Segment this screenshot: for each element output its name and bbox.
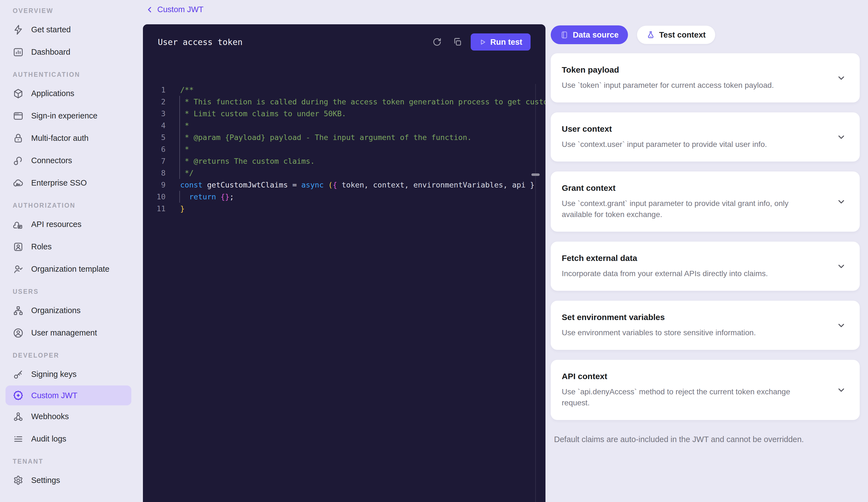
reset-button[interactable] bbox=[431, 36, 443, 48]
chevron-down-icon[interactable] bbox=[837, 321, 846, 330]
refresh-icon bbox=[432, 37, 442, 47]
code-line: 10 return {}; bbox=[143, 191, 546, 203]
sidebar-item-label: Dashboard bbox=[31, 48, 70, 57]
card-title: User context bbox=[562, 124, 813, 134]
sidebar-item-custom-jwt[interactable]: Custom JWT bbox=[6, 385, 131, 405]
line-number: 4 bbox=[143, 120, 166, 131]
run-test-button[interactable]: Run test bbox=[471, 33, 530, 51]
sidebar-item-label: Get started bbox=[31, 25, 71, 34]
sidebar-item-get-started[interactable]: Get started bbox=[0, 19, 142, 41]
code-content: * @returns The custom claims. bbox=[180, 155, 315, 167]
sidebar-item-organization-template[interactable]: Organization template bbox=[0, 258, 142, 280]
line-number: 11 bbox=[143, 203, 166, 214]
code-line: 11} bbox=[143, 203, 546, 214]
copy-button[interactable] bbox=[451, 36, 464, 48]
sidebar-item-label: Settings bbox=[31, 476, 60, 485]
sidebar-item-settings[interactable]: Settings bbox=[0, 469, 142, 492]
code-content: * Limit custom claims to under 50KB. bbox=[180, 108, 346, 120]
sidebar-item-api-resources[interactable]: API resources bbox=[0, 213, 142, 235]
code-line: 3 * Limit custom claims to under 50KB. bbox=[143, 108, 546, 120]
chevron-down-icon[interactable] bbox=[837, 73, 846, 82]
chevron-down-icon[interactable] bbox=[837, 197, 846, 206]
sidebar-item-organizations[interactable]: Organizations bbox=[0, 299, 142, 322]
code-line: 9const getCustomJwtClaims = async ({ tok… bbox=[143, 179, 546, 191]
card-description: Use `context.user` input parameter to pr… bbox=[562, 139, 813, 150]
chevron-down-icon[interactable] bbox=[837, 261, 846, 271]
play-icon bbox=[479, 38, 486, 46]
line-number: 8 bbox=[143, 167, 166, 179]
run-test-label: Run test bbox=[490, 38, 522, 47]
code-editor-panel: User access token Run test 1/**2 * This … bbox=[143, 24, 546, 502]
copy-icon bbox=[453, 37, 462, 47]
sidebar-item-applications[interactable]: Applications bbox=[0, 82, 142, 105]
line-number: 3 bbox=[143, 108, 166, 120]
panel-tabs: Data source Test context bbox=[551, 26, 860, 44]
code-line: 4 * bbox=[143, 120, 546, 131]
breadcrumb-label: Custom JWT bbox=[157, 5, 204, 14]
sidebar-item-label: Webhooks bbox=[31, 412, 69, 421]
user-check-icon bbox=[13, 264, 24, 275]
tab-data-source[interactable]: Data source bbox=[551, 26, 628, 44]
sidebar-item-roles[interactable]: Roles bbox=[0, 235, 142, 258]
card-description: Incorporate data from your external APIs… bbox=[562, 268, 813, 279]
zap-icon bbox=[13, 24, 24, 36]
code-content: */ bbox=[180, 167, 194, 179]
tab-test-context[interactable]: Test context bbox=[637, 26, 715, 44]
role-badge-icon bbox=[13, 241, 24, 252]
sidebar-item-connectors[interactable]: Connectors bbox=[0, 149, 142, 172]
card-api-context[interactable]: API context Use `api.denyAccess` method … bbox=[551, 360, 860, 420]
sidebar-item-label: Sign-in experience bbox=[31, 111, 97, 120]
breadcrumb-back[interactable]: Custom JWT bbox=[146, 5, 204, 14]
card-fetch-external-data[interactable]: Fetch external data Incorporate data fro… bbox=[551, 242, 860, 291]
card-title: Set environment variables bbox=[562, 312, 813, 322]
card-description: Use `api.denyAccess` method to reject th… bbox=[562, 386, 813, 409]
code-content: * bbox=[180, 120, 189, 131]
section-label-users: USERS bbox=[13, 288, 142, 295]
chevron-down-icon[interactable] bbox=[837, 132, 846, 142]
sidebar-item-sign-in-experience[interactable]: Sign-in experience bbox=[0, 105, 142, 127]
line-number: 9 bbox=[143, 179, 166, 191]
editor-title: User access token bbox=[158, 37, 242, 47]
sidebar-item-enterprise-sso[interactable]: Enterprise SSO bbox=[0, 172, 142, 194]
sidebar: OVERVIEW Get started Dashboard AUTHENTIC… bbox=[0, 0, 142, 502]
code-content: /** bbox=[180, 84, 194, 96]
sidebar-item-signing-keys[interactable]: Signing keys bbox=[0, 363, 142, 385]
default-claims-note: Default claims are auto-included in the … bbox=[551, 435, 860, 444]
section-label-tenant: TENANT bbox=[13, 458, 142, 465]
sidebar-item-label: Signing keys bbox=[31, 370, 76, 379]
line-number: 2 bbox=[143, 96, 166, 108]
code-content: return {}; bbox=[180, 191, 234, 203]
card-token-payload[interactable]: Token payload Use `token` input paramete… bbox=[551, 53, 860, 102]
sidebar-item-dashboard[interactable]: Dashboard bbox=[0, 41, 142, 63]
sidebar-item-label: Audit logs bbox=[31, 434, 66, 443]
line-number: 1 bbox=[143, 84, 166, 96]
tab-label: Test context bbox=[659, 30, 706, 40]
sidebar-item-label: Organization template bbox=[31, 264, 110, 274]
card-user-context[interactable]: User context Use `context.user` input pa… bbox=[551, 112, 860, 162]
sidebar-item-multi-factor-auth[interactable]: Multi-factor auth bbox=[0, 127, 142, 149]
code-content: * @param {Payload} payload - The input a… bbox=[180, 131, 472, 143]
user-circle-icon bbox=[13, 328, 24, 339]
card-set-environment-variables[interactable]: Set environment variables Use environmen… bbox=[551, 301, 860, 350]
code-line: 6 * bbox=[143, 143, 546, 155]
card-title: Grant context bbox=[562, 183, 813, 193]
card-description: Use `token` input parameter for current … bbox=[562, 80, 813, 91]
chevron-down-icon[interactable] bbox=[837, 385, 846, 394]
section-label-authentication: AUTHENTICATION bbox=[13, 71, 142, 78]
editor-header: User access token Run test bbox=[143, 24, 546, 60]
card-grant-context[interactable]: Grant context Use `context.grant` input … bbox=[551, 171, 860, 232]
code-area[interactable]: 1/**2 * This function is called during t… bbox=[143, 84, 546, 502]
list-icon bbox=[13, 433, 24, 444]
scrollbar-track bbox=[535, 84, 536, 502]
line-number: 7 bbox=[143, 155, 166, 167]
code-line: 8 */ bbox=[143, 167, 546, 179]
package-icon bbox=[13, 88, 24, 99]
sidebar-item-webhooks[interactable]: Webhooks bbox=[0, 405, 142, 428]
key-icon bbox=[13, 369, 24, 380]
sidebar-item-label: Custom JWT bbox=[31, 391, 78, 400]
sidebar-item-audit-logs[interactable]: Audit logs bbox=[0, 428, 142, 450]
card-title: API context bbox=[562, 371, 813, 381]
bar-chart-icon bbox=[13, 47, 24, 58]
scrollbar-thumb[interactable] bbox=[531, 173, 540, 176]
sidebar-item-user-management[interactable]: User management bbox=[0, 322, 142, 344]
